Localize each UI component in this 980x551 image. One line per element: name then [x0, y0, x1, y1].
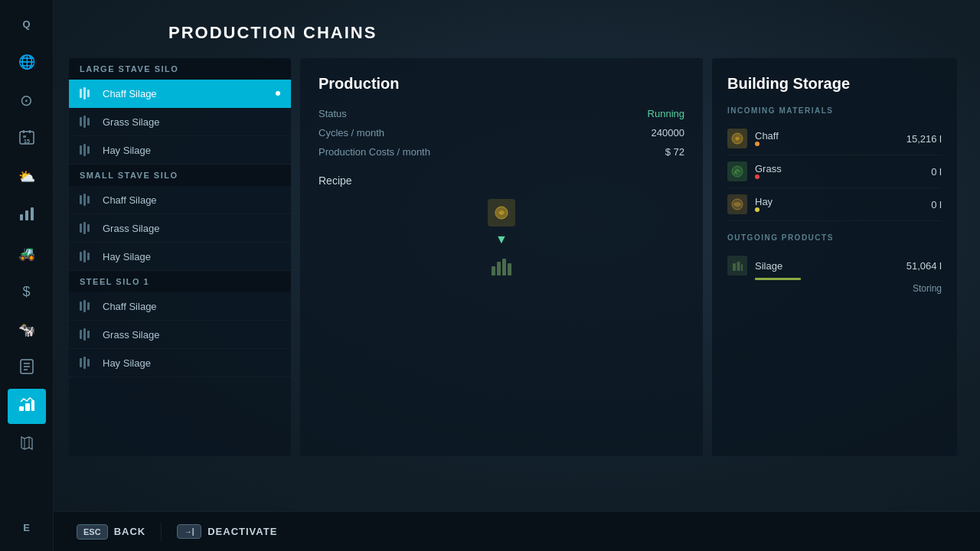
sidebar-item-tractor[interactable]: 🚜 — [8, 236, 46, 271]
svg-text:15: 15 — [24, 139, 30, 144]
sidebar-item-q[interactable]: Q — [8, 6, 46, 41]
product-row-silage: Silage 51,064 l Storing — [727, 249, 942, 300]
sidebar-item-chart[interactable] — [8, 197, 46, 233]
material-row-hay: Hay 0 l — [727, 188, 942, 221]
chart-icon — [18, 205, 35, 226]
sidebar-item-contracts[interactable] — [8, 350, 46, 386]
svg-rect-7 — [31, 207, 34, 220]
chain-item-sss-grass[interactable]: Grass Silage — [69, 214, 291, 243]
svg-rect-13 — [25, 403, 30, 411]
recipe-section: Recipe ▼ — [318, 174, 684, 277]
production-icon — [18, 396, 36, 418]
grass-icon — [727, 161, 747, 181]
svg-rect-20 — [502, 259, 506, 276]
sidebar-item-money[interactable]: $ — [8, 274, 46, 309]
svg-rect-19 — [497, 262, 501, 276]
outgoing-products-label: OUTGOING PRODUCTS — [727, 233, 942, 242]
chain-item-label: Grass Silage — [103, 329, 159, 341]
hay-icon — [727, 194, 747, 214]
svg-rect-21 — [508, 263, 511, 276]
chain-item-ss1-hay[interactable]: Hay Silage — [69, 349, 291, 377]
status-value: Running — [648, 108, 684, 119]
selected-dot — [276, 91, 280, 96]
globe-icon: 🌐 — [18, 54, 35, 70]
chain-item-label: Grass Silage — [103, 223, 159, 234]
svg-rect-27 — [737, 262, 740, 271]
grass-name: Grass — [755, 163, 892, 174]
sidebar-item-map[interactable] — [8, 427, 46, 462]
chain-item-lss-hay[interactable]: Hay Silage — [69, 136, 291, 165]
sidebar-item-animals[interactable]: 🐄 — [8, 312, 46, 347]
sidebar-item-steering[interactable]: ⊙ — [8, 83, 46, 118]
recipe-visual: ▼ — [318, 199, 684, 277]
storage-panel: Building Storage INCOMING MATERIALS Chaf… — [712, 58, 957, 456]
chain-item-icon — [80, 328, 96, 341]
production-panel: Production Status Running Cycles / month… — [300, 58, 703, 456]
chain-item-label: Chaff Silage — [103, 88, 157, 99]
hay-name: Hay — [755, 196, 892, 207]
product-main: Silage 51,064 l — [727, 256, 942, 276]
chain-item-label: Hay Silage — [103, 145, 151, 156]
chain-item-lss-grass[interactable]: Grass Silage — [69, 108, 291, 136]
chain-item-sss-hay[interactable]: Hay Silage — [69, 243, 291, 271]
columns-container: LARGE STAVE SILO Chaff Silage Grass Sila… — [69, 58, 957, 456]
chain-item-sss-chaff[interactable]: Chaff Silage — [69, 186, 291, 214]
weather-icon: ⛅ — [18, 168, 35, 185]
silage-amount: 51,064 l — [900, 260, 942, 272]
sidebar-item-production[interactable] — [8, 389, 46, 424]
deactivate-button[interactable]: →| DEACTIVATE — [177, 524, 277, 539]
help-icon: E — [23, 522, 30, 533]
bottom-bar: ESC BACK →| DEACTIVATE — [54, 511, 980, 551]
chains-panel: LARGE STAVE SILO Chaff Silage Grass Sila… — [69, 58, 291, 456]
svg-rect-6 — [25, 210, 28, 220]
recipe-title: Recipe — [318, 174, 684, 187]
chain-item-label: Hay Silage — [103, 357, 151, 369]
costs-value: $ 72 — [665, 146, 684, 158]
material-row-chaff: Chaff 15,216 l — [727, 122, 942, 155]
sidebar-item-weather[interactable]: ⛅ — [8, 159, 46, 194]
chain-item-label: Chaff Silage — [103, 301, 157, 312]
chain-item-icon — [80, 357, 96, 369]
sidebar-item-calendar[interactable]: 15 — [8, 121, 46, 156]
svg-rect-5 — [20, 214, 23, 220]
hay-indicator — [755, 207, 760, 212]
costs-row: Production Costs / month $ 72 — [318, 146, 684, 158]
animals-icon: 🐄 — [18, 321, 35, 338]
money-icon: $ — [22, 284, 30, 300]
section-header-small-stave-silo: SMALL STAVE SILO — [69, 165, 291, 186]
status-row: Status Running — [318, 108, 684, 119]
outgoing-section: OUTGOING PRODUCTS Silage 51,064 l — [727, 233, 942, 300]
material-row-grass: Grass 0 l — [727, 155, 942, 188]
grass-amount: 0 l — [900, 166, 942, 178]
chaff-indicator — [755, 142, 760, 146]
svg-point-23 — [732, 166, 743, 177]
page-title: PRODUCTION CHAINS — [168, 23, 957, 43]
cycles-row: Cycles / month 240000 — [318, 127, 684, 139]
chain-item-ss1-chaff[interactable]: Chaff Silage — [69, 292, 291, 321]
svg-rect-28 — [741, 264, 743, 271]
map-icon — [18, 435, 35, 455]
sidebar-item-globe[interactable]: 🌐 — [8, 44, 46, 80]
back-key: ESC — [77, 524, 108, 540]
chain-item-icon — [80, 144, 96, 156]
back-button[interactable]: ESC BACK — [77, 524, 145, 540]
recipe-input-icon — [488, 199, 515, 227]
cycles-label: Cycles / month — [318, 127, 384, 139]
chaff-name: Chaff — [755, 130, 892, 142]
chain-item-ss1-grass[interactable]: Grass Silage — [69, 321, 291, 349]
svg-rect-14 — [31, 400, 34, 411]
silage-status: Storing — [727, 283, 942, 294]
steering-icon: ⊙ — [20, 91, 33, 109]
chain-item-icon — [80, 116, 96, 128]
chain-item-lss-chaff[interactable]: Chaff Silage — [69, 80, 291, 108]
silage-icon — [727, 256, 747, 276]
calendar-icon: 15 — [18, 129, 35, 148]
chain-item-label: Grass Silage — [103, 116, 159, 128]
bottom-separator — [161, 523, 162, 541]
recipe-output-icon — [490, 256, 513, 277]
q-icon: Q — [22, 18, 30, 30]
sidebar-item-help[interactable]: E — [8, 510, 46, 545]
production-title: Production — [318, 75, 684, 93]
cycles-value: 240000 — [652, 127, 684, 139]
chain-item-icon — [80, 87, 96, 99]
